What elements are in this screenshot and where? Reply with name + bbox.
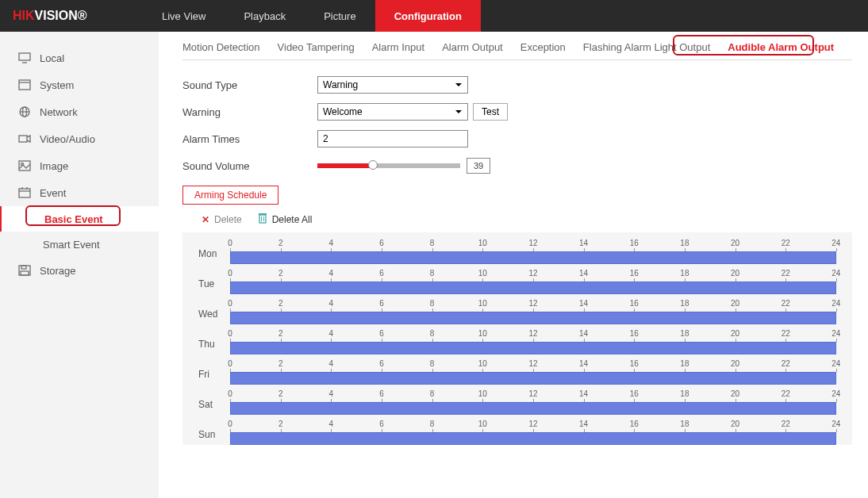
sound-volume-value: 39: [467, 158, 490, 174]
delete-button[interactable]: ✕ Delete: [202, 213, 242, 226]
day-label: Tue: [198, 278, 230, 294]
timeline[interactable]: 024681012141618202224: [230, 389, 836, 415]
globe-icon: [17, 105, 32, 118]
schedule-row-tue: Tue024681012141618202224: [198, 269, 836, 294]
schedule-bar[interactable]: [230, 402, 836, 415]
sound-type-select[interactable]: [317, 76, 468, 94]
day-label: Wed: [198, 308, 230, 324]
sidebar-item-local[interactable]: Local: [0, 44, 159, 71]
subtab-exception[interactable]: Exception: [520, 41, 566, 53]
camera-icon: [17, 132, 32, 145]
brand-logo: HIKVISION®: [0, 9, 143, 23]
calendar-icon: [17, 186, 32, 199]
topnav-configuration[interactable]: Configuration: [375, 0, 481, 32]
delete-all-button[interactable]: Delete All: [258, 213, 313, 226]
sidebar-sub-basic-event[interactable]: Basic Event: [0, 206, 159, 232]
schedule-bar[interactable]: [230, 312, 836, 324]
window-icon: [17, 79, 32, 91]
sound-volume-label: Sound Volume: [182, 160, 317, 172]
schedule-bar[interactable]: [230, 372, 836, 385]
svg-rect-2: [19, 80, 30, 90]
sidebar-item-network[interactable]: Network: [0, 98, 159, 125]
warning-label: Warning: [182, 106, 317, 118]
schedule-row-fri: Fri024681012141618202224: [198, 359, 836, 385]
day-label: Mon: [198, 248, 230, 264]
svg-rect-15: [21, 266, 26, 269]
timeline[interactable]: 024681012141618202224: [230, 419, 836, 445]
schedule-bar[interactable]: [230, 432, 836, 445]
arming-schedule-grid: Mon024681012141618202224Tue0246810121416…: [182, 232, 852, 445]
svg-rect-0: [19, 53, 30, 60]
day-label: Sat: [198, 399, 230, 415]
subtab-alarm-output[interactable]: Alarm Output: [442, 41, 503, 53]
sidebar: LocalSystemNetworkVideo/AudioImageEventB…: [0, 32, 159, 498]
schedule-row-mon: Mon024681012141618202224: [198, 239, 836, 264]
monitor-icon: [17, 52, 32, 64]
timeline[interactable]: 024681012141618202224: [230, 269, 836, 294]
alarm-times-input[interactable]: [317, 130, 468, 147]
subtab-motion-detection[interactable]: Motion Detection: [182, 41, 260, 53]
topnav-picture[interactable]: Picture: [305, 0, 374, 32]
sound-volume-slider[interactable]: [317, 163, 460, 168]
sidebar-item-storage[interactable]: Storage: [0, 257, 159, 284]
svg-rect-17: [259, 215, 266, 223]
timeline[interactable]: 024681012141618202224: [230, 329, 836, 354]
svg-rect-7: [19, 136, 27, 142]
schedule-row-wed: Wed024681012141618202224: [198, 299, 836, 324]
timeline[interactable]: 024681012141618202224: [230, 299, 836, 324]
close-icon: ✕: [202, 214, 209, 225]
sidebar-item-label: Event: [40, 187, 66, 199]
schedule-bar[interactable]: [230, 282, 836, 294]
subtab-alarm-input[interactable]: Alarm Input: [372, 41, 424, 53]
main-panel: Motion DetectionVideo TamperingAlarm Inp…: [159, 32, 868, 498]
sidebar-item-system[interactable]: System: [0, 71, 159, 98]
svg-rect-16: [21, 271, 29, 275]
sidebar-item-image[interactable]: Image: [0, 152, 159, 179]
day-label: Thu: [198, 339, 230, 354]
brand-suffix: VISION: [35, 9, 78, 22]
subtab-flashing-alarm-light-output[interactable]: Flashing Alarm Light Output: [583, 41, 710, 53]
day-label: Sun: [198, 429, 230, 445]
test-button[interactable]: Test: [473, 103, 508, 121]
top-bar: HIKVISION® Live ViewPlaybackPictureConfi…: [0, 0, 868, 32]
schedule-row-thu: Thu024681012141618202224: [198, 329, 836, 354]
timeline[interactable]: 024681012141618202224: [230, 239, 836, 264]
sidebar-item-label: System: [40, 79, 74, 91]
schedule-row-sat: Sat024681012141618202224: [198, 389, 836, 415]
sidebar-item-label: Storage: [40, 265, 76, 277]
warning-select[interactable]: [317, 103, 468, 121]
schedule-bar[interactable]: [230, 342, 836, 354]
image-icon: [17, 159, 32, 172]
topnav-live-view[interactable]: Live View: [143, 0, 225, 32]
sidebar-item-label: Video/Audio: [40, 133, 95, 145]
sidebar-item-event[interactable]: Event: [0, 179, 159, 206]
save-icon: [17, 264, 32, 277]
schedule-bar[interactable]: [230, 251, 836, 264]
subtab-video-tampering[interactable]: Video Tampering: [278, 41, 355, 53]
topnav-playback[interactable]: Playback: [225, 0, 305, 32]
brand-prefix: HIK: [13, 9, 35, 22]
svg-rect-18: [259, 213, 267, 215]
arming-schedule-tab[interactable]: Arming Schedule: [182, 186, 278, 205]
sidebar-item-video-audio[interactable]: Video/Audio: [0, 125, 159, 152]
sidebar-sub-smart-event[interactable]: Smart Event: [0, 232, 159, 257]
subtab-bar: Motion DetectionVideo TamperingAlarm Inp…: [182, 41, 852, 60]
brand-reg: ®: [78, 9, 87, 22]
sidebar-item-label: Network: [40, 106, 78, 118]
timeline[interactable]: 024681012141618202224: [230, 359, 836, 385]
sidebar-item-label: Image: [40, 160, 68, 172]
sound-type-label: Sound Type: [182, 79, 317, 91]
svg-rect-10: [19, 189, 30, 197]
schedule-row-sun: Sun024681012141618202224: [198, 419, 836, 445]
top-nav: Live ViewPlaybackPictureConfiguration: [143, 0, 481, 32]
subtab-audible-alarm-output[interactable]: Audible Alarm Output: [728, 41, 834, 53]
day-label: Fri: [198, 369, 230, 385]
sidebar-item-label: Local: [40, 52, 64, 64]
trash-icon: [258, 213, 267, 226]
alarm-times-label: Alarm Times: [182, 133, 317, 145]
